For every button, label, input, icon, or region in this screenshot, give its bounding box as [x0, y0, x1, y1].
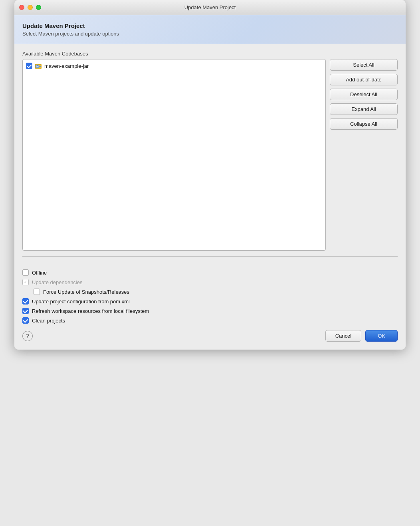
dialog-title: Update Maven Project — [22, 22, 398, 29]
force-update-option[interactable]: Force Update of Snapshots/Releases — [22, 289, 398, 295]
dialog-header: Update Maven Project Select Maven projec… — [14, 15, 406, 44]
ok-button[interactable]: OK — [365, 330, 398, 342]
item-checkbox[interactable] — [26, 63, 32, 69]
divider — [22, 256, 398, 257]
update-dependencies-label: Update dependencies — [32, 279, 83, 285]
side-buttons: Select All Add out-of-date Deselect All … — [330, 59, 398, 130]
dialog-subtitle: Select Maven projects and update options — [22, 31, 398, 37]
window-title: Update Maven Project — [184, 4, 236, 10]
offline-checkbox[interactable] — [22, 269, 29, 276]
deselect-all-button[interactable]: Deselect All — [330, 89, 398, 100]
update-config-option[interactable]: Update project configuration from pom.xm… — [22, 298, 398, 305]
collapse-all-button[interactable]: Collapse All — [330, 118, 398, 130]
update-maven-dialog: Update Maven Project Update Maven Projec… — [14, 0, 406, 350]
refresh-workspace-label: Refresh workspace resources from local f… — [32, 308, 149, 314]
svg-rect-4 — [39, 65, 41, 66]
force-update-checkbox[interactable] — [34, 289, 40, 295]
svg-rect-5 — [39, 67, 41, 68]
item-label: maven-example-jar — [44, 63, 89, 69]
minimize-button[interactable] — [28, 5, 33, 10]
traffic-lights — [19, 5, 41, 10]
close-button[interactable] — [19, 5, 24, 10]
maven-project-icon: M — [35, 62, 42, 69]
add-out-of-date-button[interactable]: Add out-of-date — [330, 74, 398, 85]
expand-all-button[interactable]: Expand All — [330, 103, 398, 115]
update-dependencies-checkbox[interactable] — [22, 279, 29, 285]
tree-area: M maven-example-jar Select All Add out-o… — [22, 59, 398, 251]
clean-projects-option[interactable]: Clean projects — [22, 317, 398, 324]
cancel-button[interactable]: Cancel — [325, 330, 361, 342]
options-section: Offline Update dependencies Force Update… — [22, 269, 398, 324]
refresh-workspace-option[interactable]: Refresh workspace resources from local f… — [22, 308, 398, 314]
maximize-button[interactable] — [36, 5, 41, 10]
title-bar: Update Maven Project — [14, 0, 406, 15]
offline-option[interactable]: Offline — [22, 269, 398, 276]
bottom-bar: ? Cancel OK — [22, 330, 398, 343]
help-button[interactable]: ? — [22, 331, 33, 341]
select-all-button[interactable]: Select All — [330, 59, 398, 71]
force-update-label: Force Update of Snapshots/Releases — [43, 289, 129, 295]
refresh-workspace-checkbox[interactable] — [22, 308, 29, 314]
clean-projects-checkbox[interactable] — [22, 317, 29, 324]
clean-projects-label: Clean projects — [32, 318, 65, 324]
update-config-label: Update project configuration from pom.xm… — [32, 299, 130, 305]
codebases-section-label: Available Maven Codebases — [22, 51, 398, 57]
svg-text:M: M — [36, 65, 39, 68]
dialog-content: Update Maven Project Select Maven projec… — [14, 15, 406, 350]
list-item[interactable]: M maven-example-jar — [23, 61, 325, 71]
update-config-checkbox[interactable] — [22, 298, 29, 305]
update-dependencies-option[interactable]: Update dependencies — [22, 279, 398, 285]
offline-label: Offline — [32, 270, 47, 276]
bottom-right-buttons: Cancel OK — [325, 330, 398, 342]
codebases-tree[interactable]: M maven-example-jar — [22, 59, 326, 251]
